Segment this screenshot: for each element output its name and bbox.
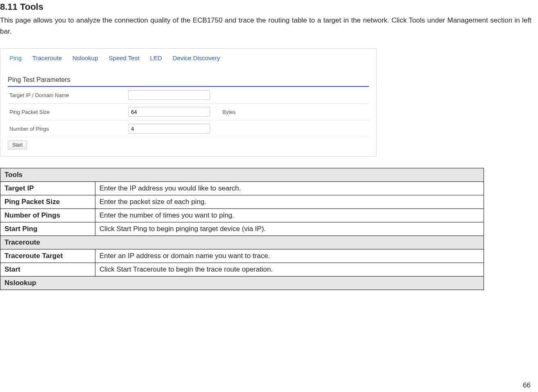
row-target-ip-label: Target IP <box>0 182 95 195</box>
row-start-ping-label: Start Ping <box>0 222 95 236</box>
intro-text: This page allows you to analyze the conn… <box>0 15 531 37</box>
ping-form: Target IP / Domain Name Ping Packet Size… <box>8 87 369 137</box>
tab-device-discovery[interactable]: Device Discovery <box>173 54 220 61</box>
tab-traceroute[interactable]: Traceroute <box>32 54 62 61</box>
tab-speed-test[interactable]: Speed Test <box>109 54 140 61</box>
start-button[interactable]: Start <box>8 140 27 150</box>
tab-led[interactable]: LED <box>150 54 162 61</box>
row-trstart-label: Start <box>0 263 95 276</box>
row-start-ping-desc: Click Start Ping to begin pinging target… <box>95 222 484 236</box>
ping-count-unit <box>221 120 369 137</box>
ping-count-input[interactable] <box>128 124 210 134</box>
row-target-ip-desc: Enter the IP address you would like to s… <box>95 182 484 195</box>
packet-size-unit: Bytes <box>221 104 369 120</box>
row-packet-size-desc: Enter the packet size of each ping. <box>95 195 484 209</box>
tool-tabs: Ping Traceroute Nslookup Speed Test LED … <box>8 54 369 61</box>
row-trtarget-label: Traceroute Target <box>0 249 95 263</box>
section-title: 8.11 Tools <box>0 2 531 12</box>
panel-heading: Ping Test Parameters <box>8 76 369 87</box>
ping-count-label: Number of Pings <box>8 120 127 137</box>
row-count-label: Number of Pings <box>0 209 95 222</box>
packet-size-label: Ping Packet Size <box>8 104 127 120</box>
row-packet-size-label: Ping Packet Size <box>0 195 95 209</box>
tools-header: Tools <box>0 168 484 182</box>
tab-ping[interactable]: Ping <box>9 54 22 61</box>
tab-nslookup[interactable]: Nslookup <box>72 54 98 61</box>
target-ip-input[interactable] <box>128 90 210 100</box>
nslookup-header: Nslookup <box>0 276 484 290</box>
traceroute-header: Traceroute <box>0 236 484 249</box>
row-count-desc: Enter the number of times you want to pi… <box>95 209 484 222</box>
description-table: Tools Target IP Enter the IP address you… <box>0 168 484 290</box>
target-ip-label: Target IP / Domain Name <box>8 87 127 104</box>
target-ip-unit <box>221 87 369 104</box>
row-trstart-desc: Click Start Traceroute to begin the trac… <box>95 263 484 276</box>
row-trtarget-desc: Enter an IP address or domain name you w… <box>95 249 484 263</box>
packet-size-input[interactable] <box>128 107 210 117</box>
page-number: 66 <box>523 381 531 390</box>
ping-panel: Ping Traceroute Nslookup Speed Test LED … <box>0 48 377 156</box>
